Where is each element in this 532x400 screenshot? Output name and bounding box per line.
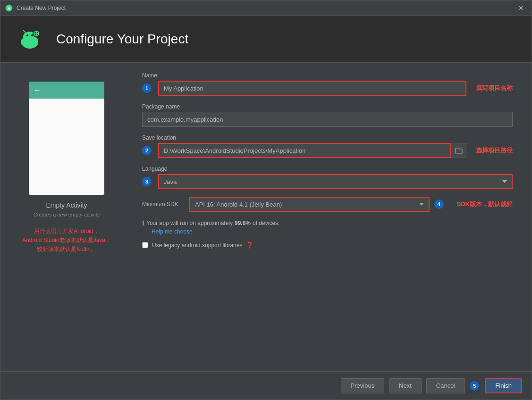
location-annotation: 选择项目路径: [476, 146, 513, 155]
step-4-circle: 4: [434, 200, 444, 209]
back-arrow-icon: ←: [34, 86, 41, 94]
info-text-before: Your app will run on approximately: [146, 220, 233, 226]
finish-wrapper: 5 Finish: [470, 378, 522, 393]
browse-button[interactable]: [451, 143, 466, 158]
checkbox-label: Use legacy android.support libraries: [152, 242, 242, 249]
name-input-wrapper: [158, 81, 466, 96]
info-percentage: 99.8%: [235, 220, 251, 226]
package-label: Package name: [142, 103, 513, 110]
name-annotation: 填写项目名称: [476, 84, 513, 92]
activity-desc: Creates a new empty activity: [34, 212, 100, 217]
language-select[interactable]: Java Kotlin: [158, 174, 513, 189]
name-label: Name: [142, 72, 513, 79]
cancel-button[interactable]: Cancel: [426, 378, 465, 393]
checkbox-help-icon[interactable]: ❓: [246, 242, 253, 249]
language-annotation: 用什么语言开发Android， Android Studio老版本默认是Java…: [22, 227, 111, 254]
name-input[interactable]: [158, 81, 466, 96]
language-form-group: Language 3 Java Kotlin: [142, 166, 513, 189]
next-button[interactable]: Next: [389, 378, 422, 393]
android-logo: [15, 24, 45, 54]
language-select-wrapper: Java Kotlin: [158, 174, 513, 189]
sdk-row: Minimum SDK API 16: Android 4.1 (Jelly B…: [142, 197, 513, 212]
app-icon: A: [5, 4, 13, 12]
title-bar: A Create New Project ✕: [0, 0, 532, 16]
title-bar-text: Create New Project: [17, 5, 515, 11]
step-5-circle: 5: [470, 381, 479, 391]
svg-rect-4: [21, 39, 24, 45]
left-panel: ← Empty Activity Creates a new empty act…: [0, 63, 133, 371]
device-preview: ←: [29, 82, 104, 195]
name-row: 1 填写项目名称: [142, 81, 513, 96]
step-1-circle: 1: [142, 83, 152, 93]
location-input[interactable]: [158, 143, 451, 158]
svg-rect-5: [35, 39, 38, 45]
package-input[interactable]: [142, 112, 513, 127]
finish-button[interactable]: Finish: [485, 378, 522, 393]
name-form-group: Name 1 填写项目名称: [142, 72, 513, 96]
bottom-bar: Previous Next Cancel 5 Finish: [0, 371, 532, 400]
svg-point-8: [31, 34, 33, 36]
previous-button[interactable]: Previous: [341, 378, 385, 393]
folder-icon: [455, 147, 463, 154]
header-banner: Configure Your Project: [0, 16, 532, 63]
info-row: ℹ Your app will run on approximately 99.…: [142, 219, 513, 227]
location-label: Save location: [142, 134, 513, 141]
svg-point-7: [26, 34, 28, 36]
svg-text:A: A: [8, 6, 11, 11]
right-panel: Name 1 填写项目名称 Package name Save location: [133, 63, 532, 371]
content-area: ← Empty Activity Creates a new empty act…: [0, 63, 532, 371]
sdk-annotation: SDK版本，默认就好: [457, 200, 513, 208]
package-form-group: Package name: [142, 103, 513, 127]
device-preview-header: ←: [29, 82, 104, 99]
help-link[interactable]: Help me choose: [152, 228, 193, 235]
info-text-after: of devices.: [253, 220, 279, 226]
step-2-circle: 2: [142, 146, 152, 155]
info-icon: ℹ: [142, 219, 144, 227]
legacy-checkbox[interactable]: [142, 242, 148, 248]
sdk-select[interactable]: API 16: Android 4.1 (Jelly Bean) API 21:…: [189, 197, 430, 212]
main-window: A Create New Project ✕ Configure Your Pr…: [0, 0, 532, 400]
location-input-wrapper: [158, 143, 466, 158]
location-row: 2 选择项目路径: [142, 143, 513, 158]
language-label: Language: [142, 166, 513, 172]
sdk-label: Minimum SDK: [142, 201, 185, 208]
header-title: Configure Your Project: [56, 32, 188, 47]
step-3-circle: 3: [142, 177, 152, 186]
sdk-form-group: Minimum SDK API 16: Android 4.1 (Jelly B…: [142, 197, 513, 212]
device-preview-body: [29, 99, 104, 195]
close-button[interactable]: ✕: [515, 3, 527, 13]
checkbox-row: Use legacy android.support libraries ❓: [142, 242, 513, 249]
language-row: 3 Java Kotlin: [142, 174, 513, 189]
activity-label: Empty Activity: [46, 201, 87, 209]
location-form-group: Save location 2 选择项目路径: [142, 134, 513, 158]
